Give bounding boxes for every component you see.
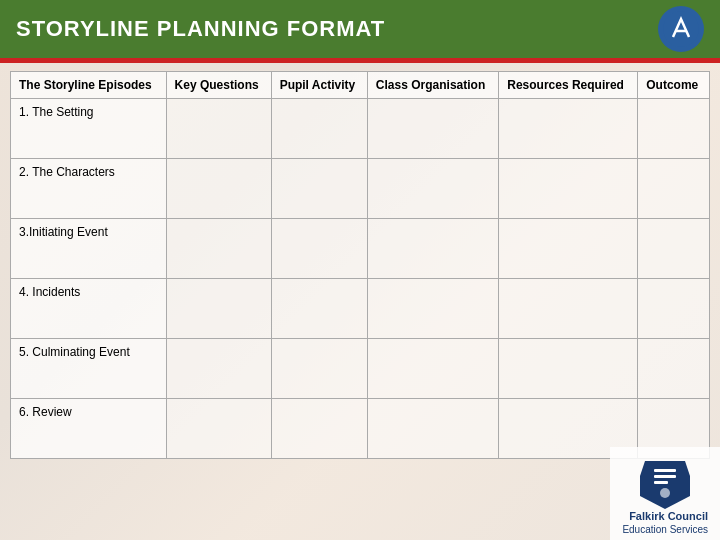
data-cell [166, 219, 271, 279]
svg-marker-2 [640, 461, 690, 509]
data-cell [499, 219, 638, 279]
data-cell [367, 339, 498, 399]
org-name: Falkirk Council [622, 509, 708, 523]
svg-rect-3 [654, 469, 676, 472]
data-cell [638, 99, 710, 159]
col-header-activity: Pupil Activity [271, 72, 367, 99]
content: The Storyline Episodes Key Questions Pup… [0, 63, 720, 540]
planning-table: The Storyline Episodes Key Questions Pup… [10, 71, 710, 459]
col-header-episodes: The Storyline Episodes [11, 72, 167, 99]
col-header-questions: Key Questions [166, 72, 271, 99]
data-cell [271, 99, 367, 159]
data-cell [367, 99, 498, 159]
data-cell [367, 219, 498, 279]
falkirk-logo: Falkirk Council Education Services [622, 451, 708, 536]
data-cell [166, 339, 271, 399]
data-cell [271, 399, 367, 459]
page-title: STORYLINE PLANNING FORMAT [16, 16, 385, 42]
data-cell [166, 279, 271, 339]
data-cell [367, 279, 498, 339]
data-cell [166, 399, 271, 459]
col-header-resources: Resources Required [499, 72, 638, 99]
data-cell [367, 159, 498, 219]
header: STORYLINE PLANNING FORMAT [0, 0, 720, 58]
data-cell [166, 159, 271, 219]
data-cell [271, 339, 367, 399]
data-cell [499, 159, 638, 219]
table-row: 1. The Setting [11, 99, 710, 159]
data-cell [271, 219, 367, 279]
falkirk-crest-svg [640, 451, 690, 509]
episode-cell-4: 4. Incidents [11, 279, 167, 339]
col-header-organisation: Class Organisation [367, 72, 498, 99]
data-cell [271, 159, 367, 219]
data-cell [271, 279, 367, 339]
footer-bar: Falkirk Council Education Services [610, 447, 720, 540]
data-cell [638, 159, 710, 219]
data-cell [638, 219, 710, 279]
table-row: 2. The Characters [11, 159, 710, 219]
data-cell [638, 339, 710, 399]
table-header-row: The Storyline Episodes Key Questions Pup… [11, 72, 710, 99]
table-wrapper: The Storyline Episodes Key Questions Pup… [0, 63, 720, 463]
col-header-outcome: Outcome [638, 72, 710, 99]
svg-point-6 [660, 488, 670, 498]
table-row: 3.Initiating Event [11, 219, 710, 279]
episode-cell-5: 5. Culminating Event [11, 339, 167, 399]
data-cell [166, 99, 271, 159]
data-cell [499, 279, 638, 339]
episode-cell-2: 2. The Characters [11, 159, 167, 219]
data-cell [499, 99, 638, 159]
svg-rect-4 [654, 475, 676, 478]
svg-rect-5 [654, 481, 668, 484]
episode-cell-6: 6. Review [11, 399, 167, 459]
data-cell [499, 339, 638, 399]
header-logo [658, 6, 704, 52]
data-cell [638, 279, 710, 339]
episode-cell-3: 3.Initiating Event [11, 219, 167, 279]
org-sub: Education Services [622, 523, 708, 536]
table-row: 6. Review [11, 399, 710, 459]
table-row: 4. Incidents [11, 279, 710, 339]
data-cell [367, 399, 498, 459]
table-row: 5. Culminating Event [11, 339, 710, 399]
episode-cell-1: 1. The Setting [11, 99, 167, 159]
